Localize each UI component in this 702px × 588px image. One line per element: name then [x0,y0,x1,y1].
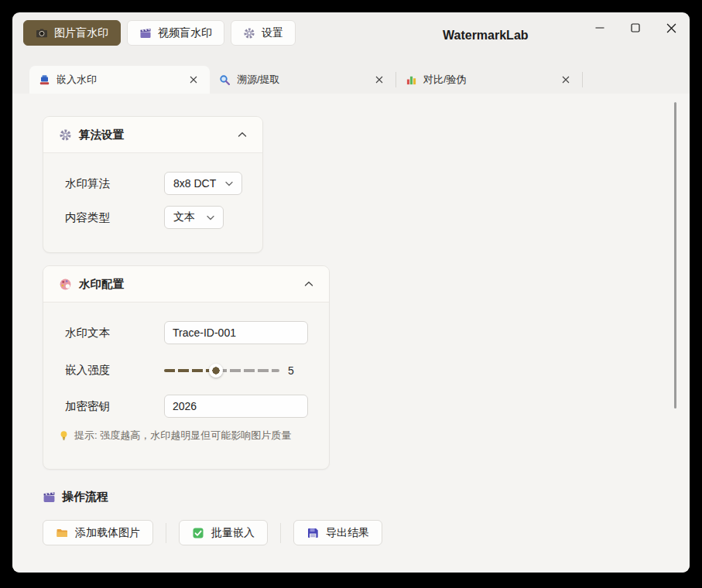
tab-label: 溯源/提取 [237,73,280,87]
nav-label: 设置 [262,26,283,40]
slider-track-filled [164,369,216,372]
tab-close-icon[interactable] [187,73,200,87]
chevron-up-icon[interactable] [304,281,313,287]
embed-tab-panel: 算法设置 水印算法 8x8 DCT 内容类型 [12,94,690,573]
tab-embed-watermark[interactable]: 嵌入水印 [29,66,210,94]
embed-strength-label: 嵌入强度 [65,363,164,378]
maximize-icon[interactable] [629,22,642,34]
bar-chart-icon [406,74,417,86]
action-label: 添加载体图片 [75,526,140,540]
app-window: 图片盲水印 视频盲水印 设置 WatermarkLab [12,12,690,573]
tab-label: 嵌入水印 [57,73,97,87]
tip-text: 提示: 强度越高，水印越明显但可能影响图片质量 [74,429,291,443]
nav-label: 图片盲水印 [54,26,108,40]
select-value: 8x8 DCT [173,177,216,190]
card-title: 水印配置 [79,277,297,292]
camera-icon [36,27,48,39]
workflow-actions: 添加载体图片 批量嵌入 导出结果 [43,520,382,545]
content-type-label: 内容类型 [65,210,164,225]
action-label: 导出结果 [326,526,369,540]
algorithm-settings-card: 算法设置 水印算法 8x8 DCT 内容类型 [43,116,263,253]
gear-icon [243,27,255,39]
tab-close-icon[interactable] [372,73,386,87]
main-nav: 图片盲水印 视频盲水印 设置 [23,20,296,46]
tab-trace-extract[interactable]: 溯源/提取 [210,66,396,94]
watermark-text-input[interactable] [164,321,308,344]
watermark-algorithm-select[interactable]: 8x8 DCT [164,172,242,195]
encryption-key-label: 加密密钥 [65,399,164,414]
algorithm-label: 水印算法 [65,176,164,191]
minimize-icon[interactable] [594,22,606,34]
content-type-select[interactable]: 文本 [164,206,224,229]
select-value: 文本 [173,210,195,224]
strength-value: 5 [288,364,294,377]
embed-strength-slider[interactable] [164,364,279,378]
tab-close-icon[interactable] [559,73,573,87]
nav-video-watermark-button[interactable]: 视频盲水印 [127,20,224,46]
export-results-button[interactable]: 导出结果 [293,520,382,545]
magnifier-icon [219,74,231,86]
slider-thumb[interactable] [209,364,223,378]
tab-bar: 嵌入水印 溯源/提取 对比/验伪 [29,66,690,94]
clapperboard-icon [43,491,56,504]
tab-separator [582,72,583,87]
tab-label: 对比/验伪 [423,73,467,87]
nav-image-watermark-button[interactable]: 图片盲水印 [23,20,121,46]
stamp-icon [39,74,50,86]
action-separator [280,523,281,543]
chevron-down-icon [207,215,214,220]
gear-icon [59,128,72,142]
add-carrier-image-button[interactable]: 添加载体图片 [43,520,153,545]
title-bar: 图片盲水印 视频盲水印 设置 WatermarkLab [12,12,690,66]
chevron-up-icon[interactable] [238,132,247,138]
nav-settings-button[interactable]: 设置 [231,20,296,46]
card-title: 算法设置 [79,128,231,142]
action-separator [166,523,166,543]
palette-icon [59,278,72,291]
workflow-section-title: 操作流程 [43,490,108,504]
close-icon[interactable] [665,22,677,34]
app-title: WatermarkLab [443,29,529,43]
watermark-text-label: 水印文本 [65,326,164,340]
clapperboard-icon [139,27,152,39]
algorithm-card-header[interactable]: 算法设置 [43,117,262,153]
strength-tip: 提示: 强度越高，水印越明显但可能影响图片质量 [59,429,329,455]
action-label: 批量嵌入 [211,526,255,540]
check-square-icon [192,527,204,539]
lightbulb-icon [59,430,69,441]
folder-icon [56,527,68,539]
watermark-card-header[interactable]: 水印配置 [43,266,329,303]
vertical-scrollbar[interactable] [674,102,676,409]
floppy-icon [306,527,319,539]
window-controls [594,22,677,34]
watermark-config-card: 水印配置 水印文本 嵌入强度 5 [43,265,330,470]
nav-label: 视频盲水印 [158,26,212,40]
tab-compare-verify[interactable]: 对比/验伪 [396,66,582,94]
workflow-title-text: 操作流程 [62,490,108,504]
encryption-key-input[interactable] [164,395,308,418]
slider-track-rest [216,369,279,372]
chevron-down-icon [225,181,233,186]
batch-embed-button[interactable]: 批量嵌入 [179,520,268,545]
